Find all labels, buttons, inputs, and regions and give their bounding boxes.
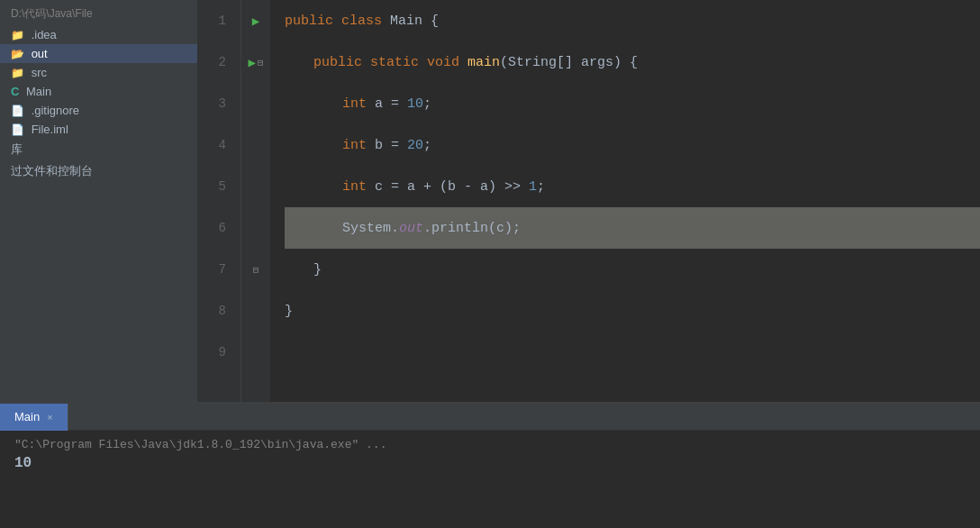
line-num-9: 9 (198, 332, 233, 373)
class-icon: C (11, 85, 19, 98)
sidebar-item-src[interactable]: 📁 src (0, 63, 197, 82)
code-lines[interactable]: public class Main { public static void m… (270, 0, 980, 402)
line-num-6: 6 (198, 207, 233, 249)
bottom-tabs: Main × (0, 404, 980, 431)
line-num-2: 2 (198, 41, 233, 83)
line-num-8: 8 (198, 290, 233, 332)
folder-icon: 📂 (11, 48, 24, 60)
sidebar-item-lib[interactable]: 库 (0, 139, 197, 160)
code-line-2: public static void main(String[] args) { (285, 41, 980, 83)
folder-icon: 📁 (11, 67, 24, 79)
code-line-1: public class Main { (285, 0, 980, 41)
code-line-7: } (285, 249, 980, 290)
sidebar-item-main[interactable]: C Main (0, 82, 197, 101)
code-line-8: } (285, 290, 980, 332)
sidebar-title: D:\代码\Java\File (0, 4, 197, 25)
sidebar-item-files-console[interactable]: 过文件和控制台 (0, 160, 197, 182)
file-icon: 📄 (11, 123, 24, 136)
editor-area: 1 2 3 4 5 6 7 8 9 ▶ ▶ ⊟ (198, 0, 980, 402)
code-line-4: int b = 20; (285, 124, 980, 166)
console-tab-main[interactable]: Main × (0, 404, 68, 431)
code-line-9 (285, 332, 980, 373)
run-button-line2[interactable]: ▶ (248, 55, 255, 70)
line-num-1: 1 (198, 0, 233, 41)
gutter-row-7[interactable]: ⊟ (241, 249, 270, 290)
run-button-line1[interactable]: ▶ (252, 14, 259, 29)
gutter-row-6 (241, 207, 270, 249)
code-line-6: System.out.println(c); (285, 207, 980, 249)
gutter: ▶ ▶ ⊟ ⊟ (241, 0, 270, 402)
gutter-row-9 (241, 332, 270, 373)
gutter-row-2[interactable]: ▶ ⊟ (241, 41, 270, 83)
line-num-4: 4 (198, 124, 233, 166)
line-num-5: 5 (198, 166, 233, 207)
line-num-7: 7 (198, 249, 233, 290)
gutter-row-4 (241, 124, 270, 166)
folder-icon: 📁 (11, 29, 24, 41)
console-tab-label: Main (14, 410, 40, 423)
console-output: "C:\Program Files\Java\jdk1.8.0_192\bin\… (0, 431, 980, 528)
gutter-row-3 (241, 83, 270, 124)
code-line-5: int c = a + (b - a) >> 1; (285, 166, 980, 207)
code-line-3: int a = 10; (285, 83, 980, 124)
sidebar-item-gitignore[interactable]: 📄 .gitignore (0, 101, 197, 120)
sidebar-item-idea[interactable]: 📁 .idea (0, 25, 197, 44)
console-result: 10 (14, 455, 966, 471)
bottom-panel: Main × "C:\Program Files\Java\jdk1.8.0_1… (0, 402, 980, 528)
fold-marker-line7[interactable]: ⊟ (253, 264, 259, 276)
fold-marker-line2[interactable]: ⊟ (258, 57, 264, 68)
tab-close-button[interactable]: × (47, 412, 52, 423)
sidebar-item-out[interactable]: 📂 out (0, 44, 197, 63)
file-icon: 📄 (11, 105, 24, 117)
line-numbers: 1 2 3 4 5 6 7 8 9 (198, 0, 241, 402)
code-content: 1 2 3 4 5 6 7 8 9 ▶ ▶ ⊟ (198, 0, 980, 402)
gutter-row-1[interactable]: ▶ (241, 0, 270, 41)
sidebar: D:\代码\Java\File 📁 .idea 📂 out 📁 src C Ma… (0, 0, 198, 402)
gutter-row-8 (241, 290, 270, 332)
line-num-3: 3 (198, 83, 233, 124)
gutter-row-5 (241, 166, 270, 207)
console-command: "C:\Program Files\Java\jdk1.8.0_192\bin\… (14, 438, 966, 451)
sidebar-item-fileiml[interactable]: 📄 File.iml (0, 120, 197, 139)
